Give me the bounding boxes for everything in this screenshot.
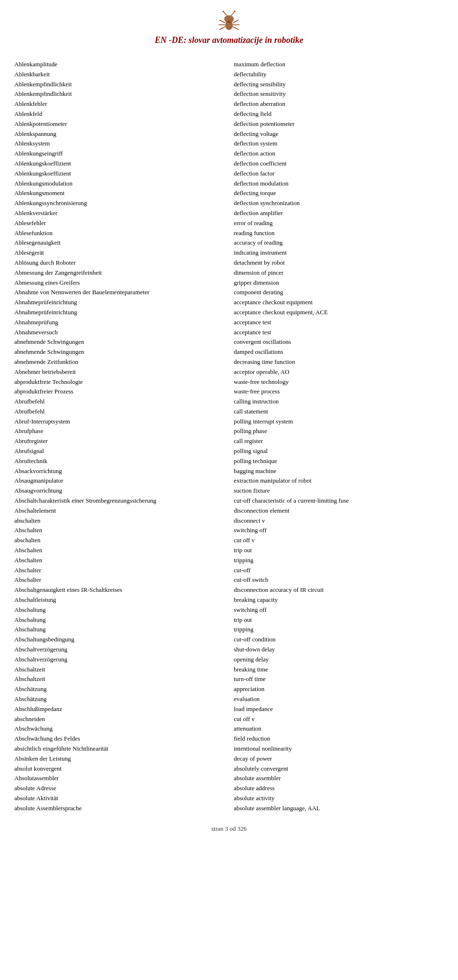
list-item: abschalten [14,536,219,546]
page-header: EN -DE: slovar avtomatizacije in robotik… [14,10,444,50]
list-item: detachment by robot [234,258,444,268]
list-item: cut-off characteristic of a current-limi… [234,496,444,506]
list-item: Ablenkverstärker [14,208,219,218]
list-item: absolute Aktivität [14,794,219,804]
list-item: Abschaltung [14,615,219,625]
list-item: Ablenkungseingriff [14,149,219,159]
list-item: calling instruction [234,397,444,407]
list-item: tripping [234,556,444,566]
list-item: Ablenkbarkeit [14,70,219,80]
list-item: waste-free process [234,387,444,397]
list-item: deflection factor [234,169,444,179]
list-item: damped oscillations [234,347,444,357]
list-item: acceptance test [234,328,444,338]
list-item: Abschätzung [14,694,219,704]
list-item: absolut konvergent [14,764,219,774]
list-item: trip out [234,546,444,556]
list-item: Abrufphase [14,426,219,436]
list-item: deflection aberration [234,99,444,109]
list-item: cut-off switch [234,575,444,585]
list-item: polling interrupt system [234,417,444,427]
svg-line-7 [233,27,239,30]
list-item: Abschaltcharakteristik einer Strombegren… [14,496,219,506]
list-item: absolute Assemblersprache [14,804,219,814]
list-item: Ablenkungsmoment [14,188,219,198]
list-item: decay of power [234,754,444,764]
svg-point-1 [225,21,233,30]
list-item: tripping [234,625,444,635]
list-item: Abschlußimpedanz [14,704,219,714]
page-number: stran 3 od 326 [211,825,247,832]
list-item: Ablenkungskoeffizient [14,169,219,179]
page-footer: stran 3 od 326 [14,825,444,833]
list-item: abproduktfreie Technologie [14,377,219,387]
list-item: polling technique [234,456,444,466]
list-item: absolutely convergent [234,764,444,774]
list-item: absolute address [234,784,444,794]
list-item: abproduktfreier Prozess [14,387,219,397]
list-item: Abschalter [14,566,219,576]
list-item: Abruftechnik [14,456,219,466]
list-item: field reduction [234,734,444,744]
list-item: Absinken der Leistung [14,754,219,764]
list-item: deflection coefficient [234,159,444,169]
list-item: disconnection element [234,506,444,516]
list-item: breaking time [234,665,444,675]
list-item: Absackvorrichtung [14,466,219,476]
list-item: Ablenkpotentiometer [14,119,219,129]
list-item: Ablesegenauigkeit [14,238,219,248]
list-item: Abschalten [14,546,219,556]
list-item: Abrufregister [14,436,219,446]
list-item: Absaugmanipulator [14,476,219,486]
list-item: Abschalten [14,556,219,566]
list-item: Ablenkfeld [14,109,219,119]
list-item: deflecting voltage [234,129,444,139]
list-item: absolute assembler [234,774,444,784]
list-item: cut-off [234,566,444,576]
left-column: AblenkamplitudeAblenkbarkeitAblenkempfin… [14,60,229,814]
list-item: absolute Adresse [14,784,219,794]
list-item: switching off [234,605,444,615]
list-item: Absolutassembler [14,774,219,784]
page-container: EN -DE: slovar avtomatizacije in robotik… [0,0,458,842]
list-item: cut-off condition [234,635,444,645]
list-item: error of reading [234,218,444,228]
list-item: disconnect v [234,516,444,526]
list-item: trip out [234,615,444,625]
list-item: intentional nonlinearity [234,744,444,754]
list-item: decreasing time function [234,357,444,367]
list-item: deflection system [234,139,444,149]
svg-line-8 [223,11,227,16]
list-item: evaluation [234,694,444,704]
list-item: cut off v [234,536,444,546]
list-item: component derating [234,288,444,298]
list-item: Abschalter [14,575,219,585]
list-item: turn-off time [234,674,444,684]
list-item: abnehmende Schwingungen [14,347,219,357]
list-item: load impedance [234,704,444,714]
svg-line-2 [219,20,225,23]
list-item: call statement [234,407,444,417]
list-item: deflection synchronization [234,198,444,208]
list-item: Abmessung der Zangengreifeinheit [14,268,219,278]
list-item: Ablenkfehler [14,99,219,109]
list-item: reading function [234,228,444,238]
list-item: Ablesefunktion [14,228,219,238]
right-column: maximum deflectiondeflectabilitydeflecti… [229,60,444,814]
list-item: Absaugvorrichtung [14,486,219,496]
list-item: acceptance checkout equipment, ACE [234,308,444,318]
list-item: convergent oscillations [234,337,444,347]
svg-line-4 [219,27,225,30]
header-title: EN -DE: slovar avtomatizacije in robotik… [155,35,303,45]
list-item: abnehmende Schwingungen [14,337,219,347]
list-item: shut-down delay [234,645,444,655]
list-item: Abschaltungsbedingung [14,635,219,645]
list-item: abnehmende Zeitfunktion [14,357,219,367]
list-item: Ablenkungskoeffizient [14,159,219,169]
main-content: AblenkamplitudeAblenkbarkeitAblenkempfin… [14,60,444,814]
list-item: Ablenkamplitude [14,60,219,70]
list-item: Ablenkempfindlichkeit [14,80,219,90]
list-item: maximum deflection [234,60,444,70]
list-item: disconnection accuracy of IR circuit [234,585,444,595]
list-item: accuracy of reading [234,238,444,248]
